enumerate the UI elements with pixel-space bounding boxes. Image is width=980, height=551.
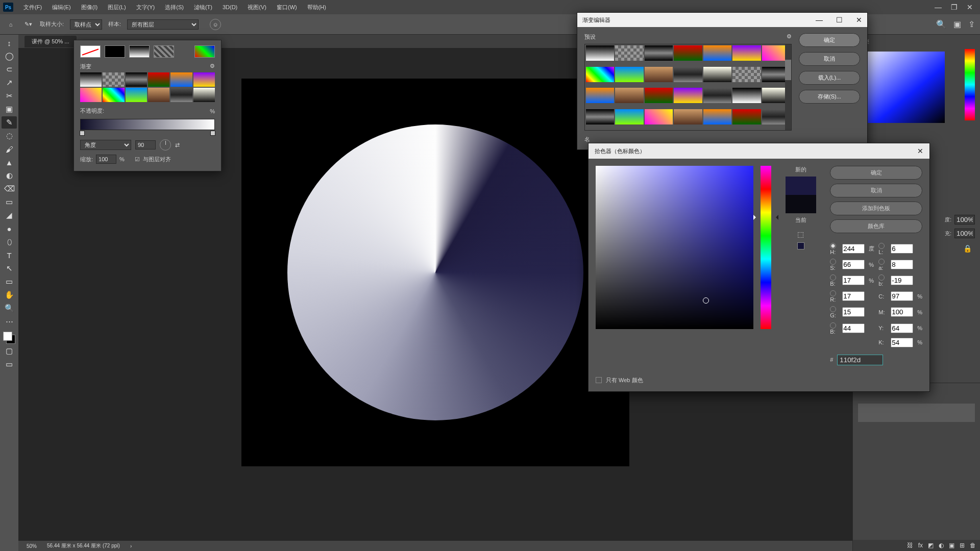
gradient-angle-input[interactable] [135, 140, 156, 149]
cancel-button[interactable]: 取消 [830, 184, 922, 197]
eyedropper-tool[interactable]: ✎ [2, 116, 17, 129]
bc-input[interactable] [842, 323, 865, 333]
doc-info-arrow-icon[interactable]: › [130, 543, 132, 549]
gradient-tool[interactable]: ▭ [2, 196, 17, 208]
sample-ring-icon[interactable]: ☺ [210, 19, 221, 30]
eraser-tool[interactable]: ⌫ [2, 183, 17, 195]
layer-opacity-input[interactable] [954, 215, 975, 224]
color-libraries-button[interactable]: 颜色库 [830, 219, 922, 233]
gear-icon[interactable]: ⚙ [210, 63, 215, 70]
gradient-editor-titlebar[interactable]: 渐变编辑器 — ☐ ✕ [577, 13, 867, 27]
group-icon[interactable]: ▣ [949, 542, 954, 549]
color-cursor[interactable] [703, 297, 709, 304]
sample-layers-select[interactable]: 所有图层 [127, 19, 199, 30]
heal-tool[interactable]: ◌ [2, 130, 17, 142]
workspace-icon[interactable]: ▣ [953, 19, 961, 29]
preset[interactable] [80, 72, 102, 87]
a-radio[interactable] [878, 259, 885, 265]
gradient-stop-left[interactable] [80, 131, 85, 136]
hue-slider[interactable] [761, 166, 771, 329]
gear-icon[interactable]: ⚙ [787, 33, 792, 41]
save-button[interactable]: 存储(S)... [799, 90, 860, 104]
preset[interactable] [732, 109, 761, 124]
zoom-value[interactable]: 50% [27, 543, 37, 549]
g-radio[interactable] [830, 306, 836, 312]
k-input[interactable] [891, 338, 913, 347]
preset[interactable] [615, 109, 643, 124]
preset[interactable] [732, 45, 761, 61]
preset[interactable] [193, 72, 215, 87]
frame-tool[interactable]: ▣ [2, 103, 17, 115]
layer-row[interactable] [858, 404, 975, 422]
preset[interactable] [193, 88, 215, 102]
preset[interactable] [103, 72, 124, 87]
menu-help[interactable]: 帮助(H) [302, 0, 331, 14]
preset[interactable] [645, 88, 673, 103]
preset[interactable] [674, 88, 702, 103]
document-tab[interactable]: 课件 @ 50% ... [24, 36, 77, 47]
preset[interactable] [732, 67, 761, 82]
new-layer-icon[interactable]: ⊞ [960, 542, 965, 549]
adjust-panel-header[interactable]: 调整 [853, 35, 980, 48]
history-brush-tool[interactable]: ◐ [2, 169, 17, 182]
bl-input[interactable] [891, 276, 913, 285]
h-radio[interactable] [830, 243, 836, 249]
quickmask-icon[interactable]: ▢ [2, 345, 17, 357]
preset[interactable] [586, 88, 614, 103]
menu-3d[interactable]: 3D(D) [217, 0, 242, 14]
wand-tool[interactable]: ↗ [2, 77, 17, 89]
brush-tool[interactable]: 🖌 [2, 143, 17, 155]
zoom-tool[interactable]: 🔍 [2, 302, 17, 314]
load-button[interactable]: 载入(L)... [799, 71, 860, 85]
preset[interactable] [703, 45, 731, 61]
scale-input[interactable] [96, 155, 116, 164]
ok-button[interactable]: 确定 [830, 166, 922, 180]
preset[interactable] [586, 45, 614, 61]
window-close-icon[interactable]: ✕ [856, 16, 862, 24]
sample-size-select[interactable]: 取样点 [70, 19, 102, 30]
lock-icon[interactable]: 🔒 [963, 244, 972, 253]
preset[interactable] [103, 88, 124, 102]
gradient-style-select[interactable]: 角度 [80, 140, 131, 150]
color-picker-titlebar[interactable]: 拾色器（色标颜色） ✕ [589, 143, 929, 159]
preset[interactable] [148, 72, 169, 87]
l-input[interactable] [891, 244, 913, 254]
color-panel[interactable] [858, 52, 945, 123]
menu-image[interactable]: 图像(I) [76, 0, 103, 14]
new-color-swatch[interactable] [786, 177, 816, 195]
add-swatch-button[interactable]: 添加到色板 [830, 202, 922, 215]
menu-layer[interactable]: 图层(L) [103, 0, 131, 14]
preset[interactable] [645, 67, 673, 82]
presets-scrollbar[interactable] [785, 44, 791, 130]
window-close-icon[interactable]: ✕ [967, 3, 973, 11]
preset[interactable] [732, 88, 761, 103]
trash-icon[interactable]: 🗑 [970, 542, 976, 549]
menu-window[interactable]: 窗口(W) [272, 0, 302, 14]
preset[interactable] [615, 88, 643, 103]
cancel-button[interactable]: 取消 [799, 52, 860, 66]
preset[interactable] [674, 45, 702, 61]
ok-button[interactable]: 确定 [799, 33, 860, 47]
fill-solid[interactable] [105, 45, 125, 58]
home-icon[interactable]: ⌂ [5, 19, 16, 30]
menu-edit[interactable]: 编辑(E) [47, 0, 76, 14]
g-input[interactable] [842, 307, 865, 317]
current-color-swatch[interactable] [786, 195, 816, 213]
crop-tool[interactable]: ✂ [2, 90, 17, 102]
menu-file[interactable]: 文件(F) [18, 0, 47, 14]
fill-preview[interactable] [194, 45, 215, 58]
r-radio[interactable] [830, 290, 836, 296]
blur-tool[interactable]: ◢ [2, 209, 17, 221]
angle-dial[interactable] [160, 139, 171, 151]
shape-tool[interactable]: ▭ [2, 276, 17, 288]
type-tool[interactable]: T [2, 249, 17, 261]
menu-select[interactable]: 选择(S) [160, 0, 189, 14]
fill-pattern[interactable] [154, 45, 174, 58]
bh-input[interactable] [842, 276, 865, 285]
web-only-checkbox[interactable] [596, 377, 602, 383]
s-input[interactable] [842, 260, 865, 269]
s-radio[interactable] [830, 259, 836, 265]
preset[interactable] [148, 88, 169, 102]
a-input[interactable] [891, 260, 913, 269]
preset[interactable] [703, 67, 731, 82]
